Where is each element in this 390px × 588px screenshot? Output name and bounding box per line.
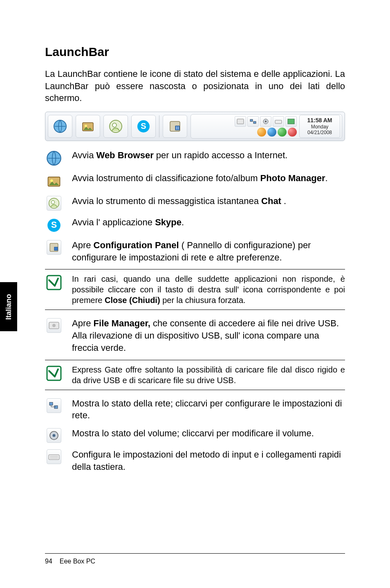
svg-rect-14 bbox=[250, 119, 253, 121]
row-web-browser: Avvia Web Browser per un rapido accesso … bbox=[45, 149, 345, 166]
svg-point-4 bbox=[112, 123, 117, 127]
skype-icon: S bbox=[46, 217, 62, 233]
row-chat: Avvia lo strumento di messaggistica ista… bbox=[45, 195, 345, 211]
svg-text:S: S bbox=[51, 220, 57, 229]
svg-rect-12 bbox=[178, 128, 179, 129]
tray-ball-power-icon bbox=[288, 128, 297, 137]
row-skype-text: Avvia l' applicazione Skype. bbox=[72, 216, 345, 229]
svg-rect-28 bbox=[54, 247, 58, 250]
svg-point-24 bbox=[51, 200, 54, 204]
note-icon bbox=[46, 365, 62, 382]
svg-rect-11 bbox=[176, 128, 177, 129]
launchbar-photo-manager-icon bbox=[76, 115, 100, 138]
config-panel-icon bbox=[47, 240, 61, 255]
row-config-panel: Apre Configuration Panel ( Pannello di c… bbox=[45, 239, 345, 263]
launchbar-screenshot: S 11 bbox=[45, 112, 345, 141]
svg-rect-37 bbox=[49, 455, 59, 460]
svg-rect-13 bbox=[237, 119, 244, 124]
row-skype: S Avvia l' applicazione Skype. bbox=[45, 216, 345, 233]
intro-paragraph: La LaunchBar contiene le icone di stato … bbox=[45, 68, 345, 104]
tray-network-icon bbox=[247, 116, 259, 127]
note-usb-text: Express Gate offre soltanto la possibili… bbox=[72, 364, 345, 386]
row-network: Mostra lo stato della rete; cliccarvi pe… bbox=[45, 397, 345, 422]
row-keyboard: Configura le impostazioni del metodo di … bbox=[45, 449, 345, 473]
note-icon bbox=[46, 274, 62, 291]
volume-icon bbox=[47, 428, 61, 443]
row-network-text: Mostra lo stato della rete; cliccarvi pe… bbox=[72, 397, 345, 422]
note-close: In rari casi, quando una delle suddette … bbox=[45, 269, 345, 310]
row-file-manager: Apre File Manager, che consente di acced… bbox=[45, 317, 345, 354]
svg-rect-18 bbox=[275, 120, 282, 123]
launchbar-clock: 11:58 AM Monday 04/21/2008 bbox=[299, 115, 340, 138]
svg-point-22 bbox=[50, 180, 53, 182]
row-config-panel-text: Apre Configuration Panel ( Pannello di c… bbox=[72, 239, 345, 263]
svg-rect-10 bbox=[178, 127, 179, 128]
page-number: 94 bbox=[45, 558, 52, 565]
photo-manager-icon bbox=[46, 173, 62, 189]
footer-product: Eee Box PC bbox=[60, 558, 95, 565]
launchbar-config-panel-icon bbox=[163, 115, 187, 138]
svg-rect-15 bbox=[253, 121, 256, 123]
web-browser-icon bbox=[46, 150, 62, 166]
network-icon bbox=[47, 398, 61, 413]
clock-date: 04/21/2008 bbox=[307, 130, 332, 135]
row-photo-manager-text: Avvia lostrumento di classificazione fot… bbox=[72, 172, 345, 184]
row-chat-text: Avvia lo strumento di messaggistica ista… bbox=[72, 195, 345, 207]
row-photo-manager: Avvia lostrumento di classificazione fot… bbox=[45, 172, 345, 189]
tray-ball-help-icon bbox=[278, 128, 287, 137]
tray-ball-info-icon bbox=[267, 128, 276, 137]
clock-time: 11:58 AM bbox=[307, 117, 332, 124]
svg-rect-9 bbox=[176, 127, 177, 128]
note-usb: Express Gate offre soltanto la possibili… bbox=[45, 360, 345, 390]
svg-point-36 bbox=[53, 434, 56, 437]
svg-point-17 bbox=[265, 121, 267, 122]
tray-file-manager-icon bbox=[235, 116, 246, 127]
clock-day: Monday bbox=[311, 124, 329, 130]
svg-text:S: S bbox=[141, 121, 146, 130]
row-volume: Mostra lo stato del volume; cliccarvi pe… bbox=[45, 427, 345, 443]
note-close-text: In rari casi, quando una delle suddette … bbox=[72, 274, 345, 305]
svg-rect-32 bbox=[47, 366, 61, 380]
svg-point-2 bbox=[85, 125, 87, 127]
svg-point-31 bbox=[52, 324, 56, 327]
svg-rect-33 bbox=[49, 402, 53, 405]
keyboard-icon bbox=[47, 449, 61, 464]
launchbar-skype-icon: S bbox=[131, 115, 156, 138]
launchbar-system-tray: 11:58 AM Monday 04/21/2008 bbox=[191, 114, 342, 139]
svg-rect-8 bbox=[175, 126, 179, 130]
row-file-manager-text: Apre File Manager, che consente di acced… bbox=[72, 317, 345, 354]
tray-keyboard-icon bbox=[273, 116, 284, 127]
file-manager-icon bbox=[47, 318, 61, 333]
tray-ball-orange-icon bbox=[257, 128, 266, 137]
svg-rect-19 bbox=[288, 119, 294, 124]
launchbar-web-browser-icon bbox=[48, 115, 72, 138]
section-title: LaunchBar bbox=[45, 45, 345, 59]
row-web-browser-text: Avvia Web Browser per un rapido accesso … bbox=[72, 149, 345, 162]
page-footer: 94 Eee Box PC bbox=[45, 553, 345, 565]
chat-icon bbox=[47, 196, 61, 211]
tray-volume-icon bbox=[260, 116, 271, 127]
row-keyboard-text: Configura le impostazioni del metodo di … bbox=[72, 449, 345, 473]
launchbar-chat-icon bbox=[103, 115, 128, 138]
tray-language-icon bbox=[285, 116, 297, 127]
svg-rect-29 bbox=[47, 276, 61, 290]
row-volume-text: Mostra lo stato del volume; cliccarvi pe… bbox=[72, 427, 345, 440]
